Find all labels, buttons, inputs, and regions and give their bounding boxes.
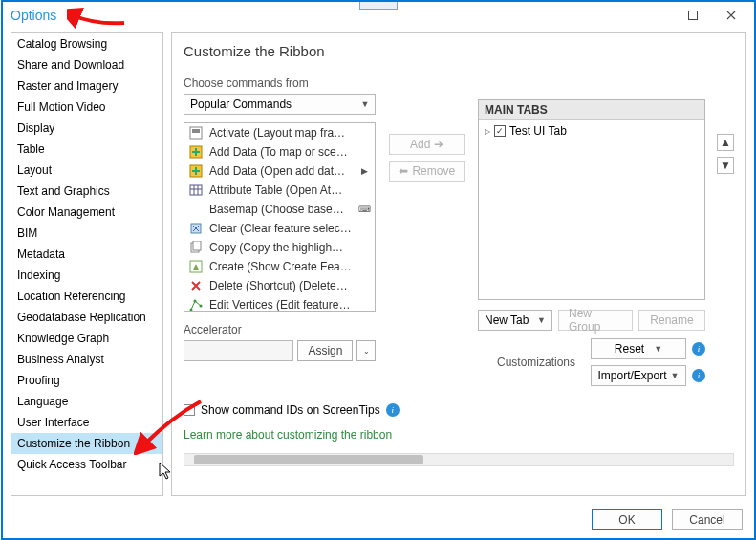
assign-button[interactable]: Assign	[297, 340, 353, 361]
new-tab-button[interactable]: New Tab▼	[478, 310, 552, 331]
sidebar-item[interactable]: Knowledge Graph	[11, 328, 162, 349]
show-ids-checkbox[interactable]: ✓	[184, 404, 195, 416]
assign-dropdown-button[interactable]: ⌄	[356, 340, 376, 361]
tree-item[interactable]: ▷ ✓ Test UI Tab	[485, 124, 699, 138]
info-icon[interactable]: i	[692, 369, 705, 382]
command-tail-icon: ▶	[357, 166, 371, 176]
command-label: Create (Show Create Fea…	[209, 260, 352, 273]
command-label: Edit Vertices (Edit feature…	[209, 298, 352, 312]
rename-button[interactable]: Rename	[638, 310, 705, 331]
info-icon[interactable]: i	[386, 403, 400, 417]
sidebar-item[interactable]: User Interface	[11, 412, 162, 433]
svg-point-10	[190, 309, 193, 312]
panel-header: Customize the Ribbon	[184, 43, 734, 59]
edit-vert-icon	[188, 297, 204, 312]
svg-point-12	[200, 305, 203, 308]
info-icon[interactable]: i	[692, 342, 705, 356]
command-label: Add Data (Open add dat…	[209, 164, 352, 178]
remove-button[interactable]: ⬅Remove	[389, 161, 465, 182]
add-button[interactable]: Add➔	[389, 134, 465, 155]
chevron-down-icon: ▼	[361, 99, 370, 109]
import-export-button[interactable]: Import/Export▼	[591, 365, 686, 386]
main-panel: Customize the Ribbon Choose commands fro…	[171, 32, 746, 496]
sidebar-item[interactable]: Color Management	[11, 202, 162, 223]
sidebar-item[interactable]: Quick Access Toolbar	[11, 454, 162, 475]
sidebar-item[interactable]: Full Motion Video	[11, 97, 162, 118]
checkbox-icon[interactable]: ✓	[494, 125, 506, 137]
sidebar-item[interactable]: Indexing	[11, 265, 162, 286]
sidebar-item[interactable]: Customize the Ribbon	[11, 433, 162, 454]
command-label: Basemap (Choose base…	[209, 203, 352, 216]
attr-table-icon	[188, 183, 204, 198]
add-data-y-icon	[188, 163, 204, 179]
command-item[interactable]: Create (Show Create Fea…	[184, 257, 375, 276]
close-button[interactable]	[712, 3, 750, 28]
accelerator-input[interactable]	[184, 340, 293, 361]
command-label: Delete (Shortcut) (Delete…	[209, 279, 352, 292]
command-item[interactable]: Attribute Table (Open At…	[184, 181, 375, 200]
command-label: Add Data (To map or sce…	[209, 145, 352, 159]
sidebar-item[interactable]: Share and Download	[11, 54, 162, 76]
options-dialog: Options Catalog BrowsingShare and Downlo…	[1, 0, 756, 540]
command-item[interactable]: Edit Vertices (Edit feature…	[184, 295, 375, 312]
command-item[interactable]: Activate (Layout map fra…	[184, 123, 375, 142]
svg-rect-0	[689, 11, 698, 20]
command-item[interactable]: Basemap (Choose base…⌨	[184, 200, 375, 219]
horizontal-scrollbar[interactable]	[184, 453, 734, 466]
command-item[interactable]: Delete (Shortcut) (Delete…	[184, 276, 375, 295]
tabs-header: MAIN TABS	[479, 100, 704, 120]
command-item[interactable]: Copy (Copy the highligh…	[184, 238, 375, 257]
arrow-right-icon: ➔	[434, 138, 443, 151]
svg-point-11	[194, 300, 197, 303]
svg-rect-8	[193, 241, 201, 250]
show-ids-label: Show command IDs on ScreenTips	[201, 403, 380, 417]
sidebar-item[interactable]: Metadata	[11, 244, 162, 265]
learn-more-link[interactable]: Learn more about customizing the ribbon	[184, 428, 734, 442]
cancel-button[interactable]: Cancel	[672, 509, 743, 530]
command-label: Clear (Clear feature selec…	[209, 222, 352, 235]
maximize-button[interactable]	[674, 3, 712, 28]
category-sidebar: Catalog BrowsingShare and DownloadRaster…	[11, 32, 163, 496]
command-item[interactable]: Clear (Clear feature selec…	[184, 219, 375, 238]
dialog-grip[interactable]	[359, 2, 398, 10]
move-down-button[interactable]: ▼	[717, 157, 734, 174]
choose-commands-combo[interactable]: Popular Commands ▼	[184, 94, 376, 115]
arrow-left-icon: ⬅	[399, 164, 408, 178]
triangle-down-icon: ▼	[720, 159, 731, 172]
add-data-y-icon	[188, 144, 204, 160]
category-list[interactable]: Catalog BrowsingShare and DownloadRaster…	[11, 33, 162, 495]
chevron-down-icon: ▼	[537, 315, 546, 325]
sidebar-item[interactable]: Table	[11, 139, 162, 160]
command-item[interactable]: Add Data (To map or sce…	[184, 142, 375, 162]
sidebar-item[interactable]: Text and Graphics	[11, 181, 162, 202]
clear-icon	[188, 221, 204, 236]
sidebar-item[interactable]: Geodatabase Replication	[11, 307, 162, 328]
sidebar-item[interactable]: Proofing	[11, 370, 162, 391]
sidebar-item[interactable]: Layout	[11, 160, 162, 181]
layout-icon	[188, 125, 204, 140]
command-label: Attribute Table (Open At…	[209, 184, 352, 197]
command-label: Copy (Copy the highligh…	[209, 241, 352, 254]
expand-icon[interactable]: ▷	[485, 127, 490, 136]
sidebar-item[interactable]: Raster and Imagery	[11, 76, 162, 97]
customizations-label: Customizations	[497, 356, 575, 369]
sidebar-item[interactable]: Business Analyst	[11, 349, 162, 370]
sidebar-item[interactable]: Location Referencing	[11, 286, 162, 307]
sidebar-item[interactable]: Display	[11, 118, 162, 139]
sidebar-item[interactable]: BIM	[11, 223, 162, 244]
command-label: Activate (Layout map fra…	[209, 126, 352, 140]
command-item[interactable]: Add Data (Open add dat…▶	[184, 162, 375, 181]
chevron-down-icon: ⌄	[363, 347, 370, 356]
new-group-button[interactable]: New Group	[558, 310, 633, 331]
move-up-button[interactable]: ▲	[717, 134, 734, 151]
delete-icon	[188, 278, 204, 293]
svg-rect-2	[192, 129, 200, 133]
tree-item-label: Test UI Tab	[509, 124, 567, 138]
sidebar-item[interactable]: Catalog Browsing	[11, 33, 162, 54]
scrollbar-thumb[interactable]	[194, 455, 423, 464]
tabs-treeview[interactable]: MAIN TABS ▷ ✓ Test UI Tab	[478, 99, 705, 300]
reset-button[interactable]: Reset▼	[591, 338, 686, 359]
ok-button[interactable]: OK	[592, 509, 662, 530]
sidebar-item[interactable]: Language	[11, 391, 162, 412]
commands-listbox[interactable]: Activate (Layout map fra…Add Data (To ma…	[184, 122, 376, 312]
